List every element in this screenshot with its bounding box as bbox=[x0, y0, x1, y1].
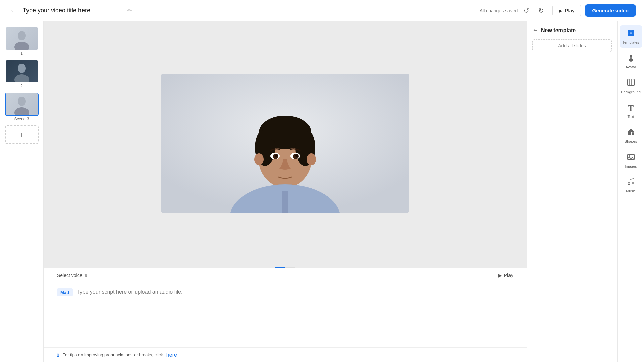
toolbar-item-images[interactable]: Images bbox=[620, 149, 642, 172]
svg-rect-27 bbox=[631, 30, 634, 33]
play-icon: ▶ bbox=[559, 8, 562, 13]
tips-punctuation: . bbox=[180, 352, 182, 358]
scene1-label: 1 bbox=[20, 51, 23, 56]
scene-thumb-1[interactable] bbox=[5, 27, 39, 50]
svg-rect-28 bbox=[628, 33, 631, 36]
svg-point-20 bbox=[275, 154, 278, 157]
saved-status: All changes saved bbox=[480, 8, 518, 13]
scene-thumb-2[interactable] bbox=[5, 60, 39, 83]
pattern-icon bbox=[627, 78, 635, 88]
svg-point-1 bbox=[14, 42, 29, 50]
svg-point-4 bbox=[18, 97, 26, 106]
scene-item-3: Scene 3 bbox=[5, 93, 39, 121]
toolbar-item-music[interactable]: Music bbox=[620, 174, 642, 196]
back-button[interactable]: ← bbox=[8, 5, 19, 16]
svg-point-21 bbox=[295, 154, 298, 157]
play-button[interactable]: ▶ Play bbox=[552, 5, 581, 16]
toolbar-item-templates[interactable]: Templates bbox=[620, 25, 642, 48]
tips-link[interactable]: here bbox=[166, 352, 177, 358]
toolbar-item-background[interactable]: Background bbox=[620, 75, 642, 97]
scene2-bg bbox=[6, 60, 38, 82]
scene-item-2: 2 bbox=[5, 60, 39, 88]
svg-point-0 bbox=[18, 31, 26, 40]
music-label: Music bbox=[626, 189, 636, 193]
svg-point-43 bbox=[632, 182, 634, 184]
edit-title-icon[interactable]: ✏ bbox=[127, 7, 132, 14]
toolbar-item-shapes[interactable]: Shapes bbox=[620, 125, 642, 147]
add-scene-button[interactable]: + bbox=[5, 125, 39, 144]
script-play-label: Play bbox=[504, 273, 513, 278]
scenes-panel: 1 2 bbox=[0, 21, 44, 362]
text-icon: T bbox=[628, 103, 634, 113]
toolbar-item-text[interactable]: T Text bbox=[620, 100, 642, 122]
svg-marker-39 bbox=[628, 129, 634, 132]
svg-point-30 bbox=[630, 55, 632, 58]
scene-item-1: 1 bbox=[5, 27, 39, 56]
music-icon bbox=[627, 178, 635, 188]
image-icon bbox=[627, 153, 635, 163]
right-panel: ← New template Add all slides Templates bbox=[527, 21, 644, 362]
svg-point-41 bbox=[629, 155, 630, 157]
main-avatar-svg bbox=[161, 74, 409, 213]
images-label: Images bbox=[625, 164, 637, 168]
background-label: Background bbox=[621, 90, 641, 94]
center-panel: Select voice ⇅ ▶ Play Matt ℹ For tips on… bbox=[44, 21, 527, 362]
scene3-bg bbox=[6, 93, 38, 115]
template-header: ← New template bbox=[532, 27, 612, 34]
svg-rect-29 bbox=[631, 33, 634, 36]
topbar-center: All changes saved ↺ ↻ bbox=[480, 5, 547, 17]
info-icon: ℹ bbox=[57, 352, 59, 358]
redo-button[interactable]: ↻ bbox=[535, 5, 547, 17]
voice-chevron-icon: ⇅ bbox=[84, 273, 88, 278]
scene3-label: Scene 3 bbox=[14, 117, 29, 121]
toolbar-icons: Templates Avatar bbox=[617, 21, 644, 362]
shapes-label: Shapes bbox=[625, 139, 637, 143]
play-label: Play bbox=[565, 8, 574, 13]
shapes-icon bbox=[627, 128, 635, 138]
voice-tag: Matt bbox=[57, 288, 73, 296]
text-label: Text bbox=[627, 115, 634, 119]
add-scene-icon: + bbox=[19, 130, 24, 140]
select-voice-button[interactable]: Select voice ⇅ bbox=[57, 273, 88, 278]
svg-point-3 bbox=[14, 74, 29, 82]
script-panel: Select voice ⇅ ▶ Play Matt ℹ For tips on… bbox=[44, 268, 527, 362]
video-title-input[interactable] bbox=[23, 7, 123, 14]
script-play-button[interactable]: ▶ Play bbox=[498, 273, 513, 278]
script-footer: ℹ For tips on improving pronunciations o… bbox=[44, 347, 527, 362]
svg-rect-37 bbox=[628, 132, 631, 135]
undo-icon: ↺ bbox=[524, 7, 529, 15]
script-textarea[interactable] bbox=[77, 288, 513, 342]
scene-thumb-3[interactable] bbox=[5, 93, 39, 116]
svg-point-42 bbox=[628, 183, 630, 185]
svg-point-31 bbox=[629, 58, 633, 62]
script-header: Select voice ⇅ ▶ Play bbox=[44, 268, 527, 282]
scene1-avatar bbox=[10, 30, 34, 50]
scene2-label: 2 bbox=[20, 84, 23, 88]
scene3-avatar bbox=[10, 96, 34, 115]
svg-point-2 bbox=[18, 64, 26, 73]
svg-point-15 bbox=[307, 153, 316, 165]
topbar-right: ▶ Play Generate video bbox=[552, 4, 636, 17]
grid-icon bbox=[627, 29, 635, 39]
avatar-label: Avatar bbox=[626, 65, 636, 69]
generate-video-button[interactable]: Generate video bbox=[585, 4, 636, 17]
templates-label: Templates bbox=[622, 40, 639, 44]
back-icon: ← bbox=[10, 7, 17, 14]
undo-button[interactable]: ↺ bbox=[520, 5, 532, 17]
topbar-left: ← ✏ bbox=[8, 5, 474, 16]
person-icon bbox=[627, 54, 635, 64]
add-all-slides-button[interactable]: Add all slides bbox=[532, 39, 612, 52]
script-play-icon: ▶ bbox=[498, 273, 502, 278]
svg-point-38 bbox=[632, 132, 634, 135]
scene2-avatar bbox=[10, 63, 34, 82]
topbar: ← ✏ All changes saved ↺ ↻ ▶ Play Generat… bbox=[0, 0, 644, 21]
toolbar-item-avatar[interactable]: Avatar bbox=[620, 50, 642, 72]
canvas-area bbox=[44, 21, 527, 265]
svg-point-5 bbox=[14, 107, 29, 115]
template-back-button[interactable]: ← bbox=[532, 27, 538, 34]
svg-rect-26 bbox=[628, 30, 631, 33]
main-layout: 1 2 bbox=[0, 21, 644, 362]
select-voice-label: Select voice bbox=[57, 273, 82, 278]
svg-point-14 bbox=[254, 153, 264, 165]
template-back-icon: ← bbox=[532, 27, 538, 34]
